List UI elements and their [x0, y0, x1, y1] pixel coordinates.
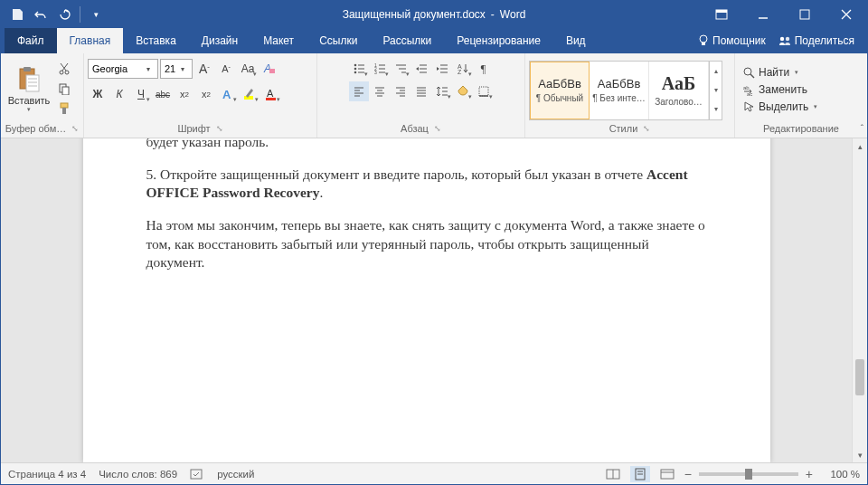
zoom-level[interactable]: 100 % — [820, 469, 860, 480]
title-bar: ▾ Защищенный документ.docx - Word — [1, 1, 867, 28]
paste-button[interactable]: Вставить ▾ — [5, 64, 53, 113]
svg-point-6 — [700, 35, 707, 43]
view-web-layout-icon[interactable] — [657, 466, 677, 482]
svg-rect-72 — [479, 87, 488, 96]
maximize-icon[interactable] — [784, 1, 826, 28]
bold-button[interactable]: Ж — [88, 84, 108, 104]
replace-label: Заменить — [759, 83, 807, 96]
tab-review[interactable]: Рецензирование — [444, 28, 553, 53]
subscript-button[interactable]: x2 — [175, 84, 194, 104]
format-painter-icon[interactable] — [55, 100, 73, 118]
underline-button[interactable]: Ч — [131, 84, 151, 104]
show-marks-icon[interactable]: ¶ — [474, 59, 494, 79]
select-button[interactable]: Выделить ▾ — [739, 99, 821, 115]
svg-text:ab: ab — [743, 85, 750, 90]
share-icon — [778, 35, 791, 46]
zoom-in-icon[interactable]: + — [806, 467, 813, 481]
tab-file[interactable]: Файл — [5, 28, 57, 53]
svg-rect-1 — [716, 10, 727, 13]
styles-more-icon[interactable]: ▾ — [710, 100, 722, 119]
svg-point-30 — [354, 64, 356, 67]
font-color-icon[interactable]: A — [261, 84, 281, 104]
styles-up-icon[interactable]: ▴ — [710, 62, 722, 81]
title-text: Защищенный документ.docx - Word — [343, 8, 526, 21]
bullets-icon[interactable] — [349, 59, 369, 79]
vertical-scrollbar[interactable]: ▴ ▾ — [852, 138, 867, 462]
shading-icon[interactable] — [453, 81, 473, 101]
style-no-spacing[interactable]: АаБбВв ¶ Без инте… — [590, 62, 649, 119]
tab-view[interactable]: Вид — [553, 28, 599, 53]
view-print-layout-icon[interactable] — [630, 466, 650, 482]
strikethrough-button[interactable]: abc — [153, 84, 173, 104]
cut-icon[interactable] — [55, 60, 73, 78]
scroll-track[interactable] — [853, 154, 867, 447]
tab-layout[interactable]: Макет — [250, 28, 307, 53]
save-icon[interactable] — [6, 4, 28, 25]
multilevel-list-icon[interactable] — [391, 59, 410, 79]
styles-down-icon[interactable]: ▾ — [710, 81, 722, 100]
shrink-font-icon[interactable]: Aˇ — [216, 59, 236, 79]
group-paragraph: 123 AZ ¶ Абзац — [317, 53, 525, 138]
view-read-mode-icon[interactable] — [603, 466, 623, 482]
tab-references[interactable]: Ссылки — [307, 28, 370, 53]
style-heading1[interactable]: АаБ Заголово… — [649, 62, 709, 119]
copy-icon[interactable] — [55, 80, 73, 98]
redo-icon[interactable] — [53, 4, 75, 25]
svg-text:Z: Z — [458, 69, 462, 75]
zoom-out-icon[interactable]: − — [684, 467, 692, 481]
minimize-icon[interactable] — [742, 1, 784, 28]
document-page[interactable]: будет указан пароль. 5. Откройте защищен… — [83, 138, 770, 462]
increase-indent-icon[interactable] — [432, 59, 452, 79]
clear-formatting-icon[interactable]: A — [259, 59, 279, 79]
document-body[interactable]: будет указан пароль. 5. Откройте защищен… — [146, 138, 707, 271]
align-right-icon[interactable] — [391, 81, 410, 101]
share-button[interactable]: Поделиться — [778, 34, 854, 47]
close-icon[interactable] — [826, 1, 867, 28]
paragraph-launcher-icon[interactable]: ⤡ — [434, 124, 441, 133]
scroll-down-icon[interactable]: ▾ — [853, 447, 867, 462]
find-button[interactable]: Найти ▾ — [739, 64, 821, 81]
status-proofing-icon[interactable] — [190, 468, 204, 480]
scroll-up-icon[interactable]: ▴ — [853, 138, 867, 154]
qat-customize-icon[interactable]: ▾ — [85, 4, 107, 25]
align-center-icon[interactable] — [370, 81, 390, 101]
tab-home[interactable]: Главная — [57, 28, 124, 53]
tab-insert[interactable]: Вставка — [123, 28, 189, 53]
style-normal[interactable]: АаБбВв ¶ Обычный — [530, 62, 590, 119]
zoom-slider[interactable] — [699, 472, 798, 476]
tell-me-button[interactable]: Помощник — [698, 34, 766, 47]
collapse-ribbon-icon[interactable]: ˆ — [861, 124, 863, 134]
font-size-combo[interactable]: 21▾ — [160, 59, 193, 79]
decrease-indent-icon[interactable] — [411, 59, 431, 79]
sort-icon[interactable]: AZ — [453, 59, 473, 79]
change-case-icon[interactable]: Aa — [238, 59, 258, 79]
align-left-icon[interactable] — [349, 81, 369, 101]
font-name-combo[interactable]: Georgia▾ — [88, 59, 158, 79]
scroll-thumb[interactable] — [855, 359, 864, 395]
app-name: Word — [500, 8, 525, 21]
superscript-button[interactable]: x2 — [196, 84, 216, 104]
line-spacing-icon[interactable] — [432, 81, 452, 101]
window-controls — [701, 1, 867, 28]
replace-button[interactable]: abac Заменить — [739, 81, 821, 98]
group-font: Georgia▾ 21▾ Aˆ Aˇ Aa A Ж К Ч abc — [84, 53, 317, 138]
tab-design[interactable]: Дизайн — [189, 28, 250, 53]
grow-font-icon[interactable]: Aˆ — [194, 59, 214, 79]
text-effects-icon[interactable]: A — [218, 84, 238, 104]
font-launcher-icon[interactable]: ⤡ — [216, 124, 223, 133]
status-page[interactable]: Страница 4 из 4 — [8, 469, 86, 480]
zoom-slider-thumb[interactable] — [745, 469, 752, 480]
numbering-icon[interactable]: 123 — [370, 59, 390, 79]
italic-button[interactable]: К — [109, 84, 129, 104]
clipboard-icon — [15, 64, 42, 95]
justify-icon[interactable] — [411, 81, 431, 101]
styles-launcher-icon[interactable]: ⤡ — [643, 124, 650, 133]
highlight-icon[interactable] — [240, 84, 259, 104]
tab-mailings[interactable]: Рассылки — [370, 28, 444, 53]
borders-icon[interactable] — [474, 81, 494, 101]
ribbon-display-options-icon[interactable] — [701, 1, 742, 28]
undo-icon[interactable] — [30, 4, 52, 25]
status-word-count[interactable]: Число слов: 869 — [99, 469, 177, 480]
clipboard-launcher-icon[interactable]: ⤡ — [71, 124, 79, 133]
status-language[interactable]: русский — [217, 469, 254, 480]
